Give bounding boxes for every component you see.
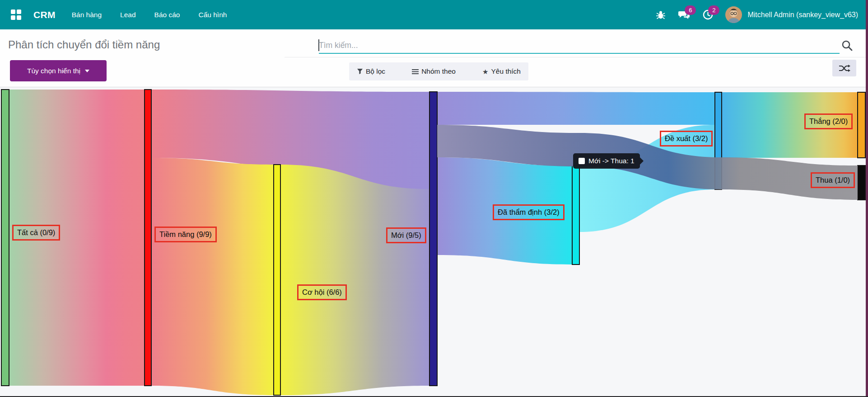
group-by-button[interactable]: Nhóm theo [412, 67, 456, 76]
messages-count-badge: 6 [685, 5, 696, 15]
user-menu[interactable]: Mitchell Admin (sankey_view_v63) [725, 6, 858, 23]
caret-down-icon [85, 70, 89, 72]
sankey-node-co_hoi[interactable] [274, 165, 280, 395]
sankey-link-co_hoi-moi[interactable] [280, 165, 429, 395]
control-row-divider [285, 57, 868, 57]
node-label-de_xuat: Đề xuất (3/2) [660, 131, 713, 147]
user-name: Mitchell Admin (sankey_view_v63) [747, 11, 858, 19]
sankey-chart-area: Tất cả (0/9)Tiềm năng (9/9)Cơ hội (6/6)M… [0, 87, 868, 397]
navbar-left: CRM Bán hàng Lead Báo cáo Cấu hình [0, 9, 227, 20]
filters-button[interactable]: Bộ lọc [357, 67, 385, 76]
messages-menu[interactable]: 6 [678, 9, 690, 21]
top-navbar: CRM Bán hàng Lead Báo cáo Cấu hình [0, 0, 868, 29]
sankey-link-moi-de_xuat[interactable] [437, 92, 715, 125]
sankey-node-moi[interactable] [429, 92, 437, 386]
bug-icon [656, 10, 666, 20]
group-by-label: Nhóm theo [421, 67, 456, 76]
app-name[interactable]: CRM [33, 9, 56, 20]
shuffle-icon [839, 64, 850, 72]
navbar-right: 6 2 [655, 6, 868, 23]
shuffle-view-button[interactable] [832, 60, 856, 76]
main-menu: Bán hàng Lead Báo cáo Cấu hình [72, 11, 227, 19]
activities-count-badge: 2 [708, 5, 719, 15]
menu-item-reporting[interactable]: Báo cáo [154, 11, 180, 19]
favorites-label: Yêu thích [491, 67, 521, 76]
avatar-image [725, 6, 742, 23]
sankey-node-thua[interactable] [858, 165, 865, 200]
activities-menu[interactable]: 2 [702, 9, 714, 21]
node-label-thang: Thắng (2/0) [804, 113, 853, 129]
node-label-moi: Mới (9/5) [386, 227, 426, 243]
node-label-co_hoi: Cơ hội (6/6) [297, 284, 347, 300]
tooltip-text: Mới -> Thua: 1 [588, 157, 635, 165]
sankey-svg [0, 87, 868, 397]
search-input[interactable] [319, 38, 840, 53]
node-label-da_tham_dinh: Đã thẩm định (3/2) [493, 204, 565, 220]
search-field [319, 38, 840, 54]
control-panel: Phân tích chuyển đổi tiềm năng Tùy chọn … [0, 29, 868, 87]
search-options-bar: Bộ lọc Nhóm theo ★ Yêu thích [349, 62, 528, 80]
menu-item-sales[interactable]: Bán hàng [72, 11, 102, 19]
tooltip-swatch [579, 158, 585, 164]
crm-app-window: CRM Bán hàng Lead Báo cáo Cấu hình [0, 0, 868, 397]
bug-icon[interactable] [655, 9, 667, 21]
sankey-tooltip: Mới -> Thua: 1 [573, 153, 640, 169]
favorites-button[interactable]: ★ Yêu thích [482, 67, 521, 76]
group-by-icon [412, 69, 419, 75]
apps-grid-icon[interactable] [11, 9, 22, 20]
menu-item-config[interactable]: Cấu hình [198, 11, 227, 19]
sankey-node-tiem_nang[interactable] [145, 90, 151, 386]
avatar [725, 6, 742, 23]
node-label-tiem_nang: Tiềm năng (9/9) [154, 227, 217, 242]
search-icon[interactable] [841, 39, 853, 53]
sankey-node-da_tham_dinh[interactable] [572, 166, 579, 265]
window-edge-strip [866, 0, 868, 397]
display-options-button[interactable]: Tùy chọn hiển thị [10, 60, 107, 81]
sankey-node-tat_ca[interactable] [1, 90, 9, 386]
sankey-node-thang[interactable] [858, 92, 865, 158]
display-options-label: Tùy chọn hiển thị [27, 67, 80, 75]
filter-icon [357, 68, 363, 75]
node-label-tat_ca: Tất cả (0/9) [12, 225, 60, 241]
menu-item-lead[interactable]: Lead [120, 11, 135, 19]
node-label-thua: Thua (1/0) [811, 172, 855, 188]
favorite-star-icon: ★ [482, 68, 488, 75]
filters-label: Bộ lọc [366, 67, 385, 76]
page-title: Phân tích chuyển đổi tiềm năng [8, 38, 160, 51]
sankey-link-tiem_nang-co_hoi[interactable] [151, 158, 274, 395]
